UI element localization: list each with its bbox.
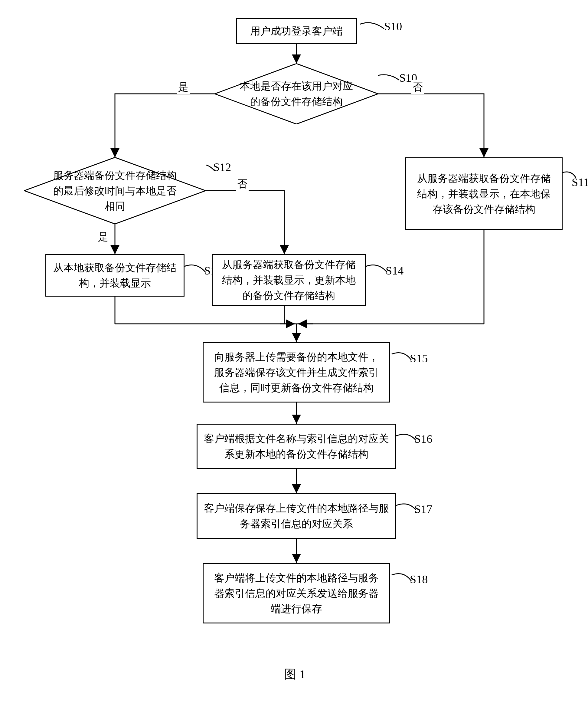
step-label-s11: S11 — [572, 175, 588, 189]
decision-local-exists: 本地是否存在该用户对应的备份文件存储结构 — [215, 64, 378, 124]
step-label-s17: S17 — [414, 502, 432, 516]
process-s13: 从本地获取备份文件存储结构，并装载显示 — [45, 254, 185, 297]
d2-no-label: 否 — [236, 177, 249, 191]
process-login: 用户成功登录客户端 — [236, 18, 357, 44]
step-label-s10a: S10 — [384, 20, 402, 33]
process-s18: 客户端将上传文件的本地路径与服务器索引信息的对应关系发送给服务器端进行保存 — [203, 563, 390, 623]
process-s18-text: 客户端将上传文件的本地路径与服务器索引信息的对应关系发送给服务器端进行保存 — [210, 570, 383, 616]
step-label-s16: S16 — [414, 432, 432, 446]
flowchart-container: 用户成功登录客户端 S10 本地是否存在该用户对应的备份文件存储结构 S10 是… — [12, 12, 576, 696]
process-s11: 从服务器端获取备份文件存储结构，并装载显示，在本地保存该备份文件存储结构 — [405, 157, 563, 230]
step-label-d2: S12 — [213, 160, 231, 174]
process-login-text: 用户成功登录客户端 — [250, 23, 343, 39]
process-s11-text: 从服务器端获取备份文件存储结构，并装载显示，在本地保存该备份文件存储结构 — [412, 171, 556, 217]
decision-local-exists-text: 本地是否存在该用户对应的备份文件存储结构 — [239, 78, 354, 109]
process-s14: 从服务器端获取备份文件存储结构，并装载显示，更新本地的备份文件存储结构 — [212, 254, 366, 306]
d2-yes-label: 是 — [97, 230, 109, 244]
decision-time-match-text: 服务器端备份文件存储结构的最后修改时间与本地是否相同 — [48, 168, 181, 214]
process-s15-text: 向服务器上传需要备份的本地文件，服务器端保存该文件并生成文件索引信息，同时更新备… — [210, 349, 383, 396]
figure-caption: 图 1 — [284, 666, 305, 683]
d1-yes-label: 是 — [177, 80, 190, 94]
decision-time-match: 服务器端备份文件存储结构的最后修改时间与本地是否相同 — [24, 157, 206, 224]
process-s13-text: 从本地获取备份文件存储结构，并装载显示 — [52, 260, 177, 291]
process-s14-text: 从服务器端获取备份文件存储结构，并装载显示，更新本地的备份文件存储结构 — [219, 257, 359, 303]
step-label-s18: S18 — [410, 573, 428, 586]
process-s17: 客户端保存保存上传文件的本地路径与服务器索引信息的对应关系 — [197, 493, 396, 539]
process-s16-text: 客户端根据文件名称与索引信息的对应关系更新本地的备份文件存储结构 — [203, 431, 389, 462]
d1-no-label: 否 — [411, 80, 424, 94]
step-label-s15: S15 — [410, 352, 428, 365]
step-label-s14: S14 — [386, 264, 403, 277]
process-s16: 客户端根据文件名称与索引信息的对应关系更新本地的备份文件存储结构 — [197, 424, 396, 469]
process-s15: 向服务器上传需要备份的本地文件，服务器端保存该文件并生成文件索引信息，同时更新备… — [203, 342, 390, 403]
process-s17-text: 客户端保存保存上传文件的本地路径与服务器索引信息的对应关系 — [203, 501, 389, 531]
